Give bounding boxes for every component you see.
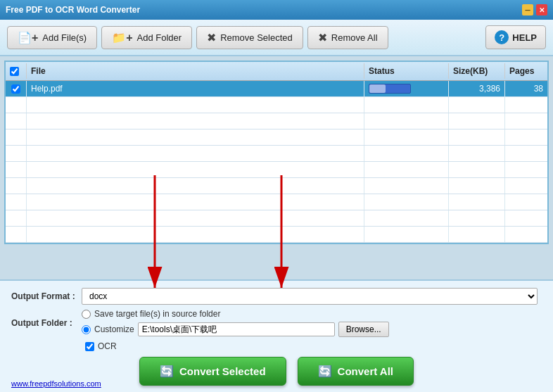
close-button[interactable]: ✕ — [536, 4, 547, 15]
table-row-empty — [6, 227, 547, 243]
col-checkbox — [6, 63, 27, 79]
row-status — [364, 81, 449, 96]
add-folder-icon: 📁+ — [112, 31, 132, 44]
footer-link[interactable]: www.freepdfsolutions.com — [11, 379, 101, 388]
convert-all-button[interactable]: 🔄 Convert All — [298, 357, 414, 386]
customize-path-input[interactable] — [138, 322, 335, 336]
remove-selected-button[interactable]: ✖ Remove Selected — [196, 26, 303, 49]
table-row-empty — [6, 162, 547, 178]
app-title: Free PDF to OCR Word Converter — [6, 5, 140, 15]
table-row-empty — [6, 210, 547, 227]
header-checkbox[interactable] — [10, 67, 19, 76]
remove-selected-icon: ✖ — [207, 31, 216, 44]
output-format-label: Output Format : — [11, 291, 82, 301]
table-header: File Status Size(KB) Pages — [6, 62, 547, 81]
table-row-empty — [6, 129, 547, 146]
browse-label: Browse... — [346, 324, 381, 334]
col-size: Size(KB) — [449, 63, 505, 79]
add-folder-label: Add Folder — [137, 32, 182, 43]
remove-all-button[interactable]: ✖ Remove All — [307, 26, 388, 49]
add-files-label: Add File(s) — [42, 32, 87, 43]
table-row-empty — [6, 178, 547, 194]
ocr-row: OCR — [11, 341, 542, 351]
col-status: Status — [364, 63, 449, 79]
customize-radio[interactable] — [82, 325, 91, 334]
convert-all-label: Convert All — [338, 365, 393, 377]
table-row-empty — [6, 113, 547, 129]
table-row-empty — [6, 97, 547, 113]
row-size: 3,386 — [449, 81, 505, 96]
remove-all-label: Remove All — [331, 32, 378, 43]
col-pages: Pages — [505, 63, 547, 79]
ocr-checkbox[interactable] — [85, 342, 94, 351]
output-format-row: Output Format : docx — [11, 288, 542, 305]
status-progress-fill — [369, 84, 386, 93]
window-controls: ─ ✕ — [522, 4, 547, 15]
row-checkbox-cell — [6, 81, 27, 96]
table-row-empty — [6, 146, 547, 162]
row-checkbox[interactable] — [11, 84, 20, 94]
status-progress-bar — [369, 84, 411, 94]
toolbar: 📄+ Add File(s) 📁+ Add Folder ✖ Remove Se… — [0, 20, 553, 56]
convert-all-icon: 🔄 — [318, 365, 332, 378]
title-bar: Free PDF to OCR Word Converter ─ ✕ — [0, 0, 553, 20]
output-folder-row: Output Folder : Save target file(s) in s… — [11, 309, 542, 337]
row-filename: Help.pdf — [27, 81, 364, 96]
help-label: HELP — [512, 32, 537, 43]
remove-selected-label: Remove Selected — [220, 32, 293, 43]
table-body: Help.pdf 3,386 38 — [6, 81, 547, 243]
convert-selected-button[interactable]: 🔄 Convert Selected — [139, 357, 286, 386]
add-files-icon: 📄+ — [18, 31, 38, 44]
minimize-button[interactable]: ─ — [522, 4, 533, 15]
browse-button[interactable]: Browse... — [338, 322, 389, 337]
help-icon: ? — [495, 30, 509, 44]
save-source-radio[interactable] — [82, 310, 91, 319]
settings-panel: Output Format : docx Output Folder : Sav… — [0, 279, 553, 392]
add-folder-button[interactable]: 📁+ Add Folder — [101, 26, 192, 49]
save-source-row: Save target file(s) in source folder — [82, 309, 389, 319]
convert-selected-label: Convert Selected — [179, 365, 266, 377]
output-folder-options: Save target file(s) in source folder Cus… — [82, 309, 389, 337]
file-list-area: File Status Size(KB) Pages Help.pdf — [4, 61, 549, 244]
help-button[interactable]: ? HELP — [485, 25, 546, 49]
add-files-button[interactable]: 📄+ Add File(s) — [7, 26, 97, 49]
table-row-empty — [6, 194, 547, 210]
ocr-label: OCR — [98, 341, 117, 351]
save-source-label: Save target file(s) in source folder — [94, 309, 220, 319]
row-pages: 38 — [505, 81, 547, 96]
remove-all-icon: ✖ — [318, 31, 327, 44]
customize-row: Customize Browse... — [82, 322, 389, 337]
output-folder-label: Output Folder : — [11, 318, 82, 328]
customize-label: Customize — [94, 324, 134, 334]
convert-selected-icon: 🔄 — [160, 365, 174, 378]
output-format-select[interactable]: docx — [82, 288, 538, 305]
table-row[interactable]: Help.pdf 3,386 38 — [6, 81, 547, 97]
col-file: File — [27, 63, 364, 79]
